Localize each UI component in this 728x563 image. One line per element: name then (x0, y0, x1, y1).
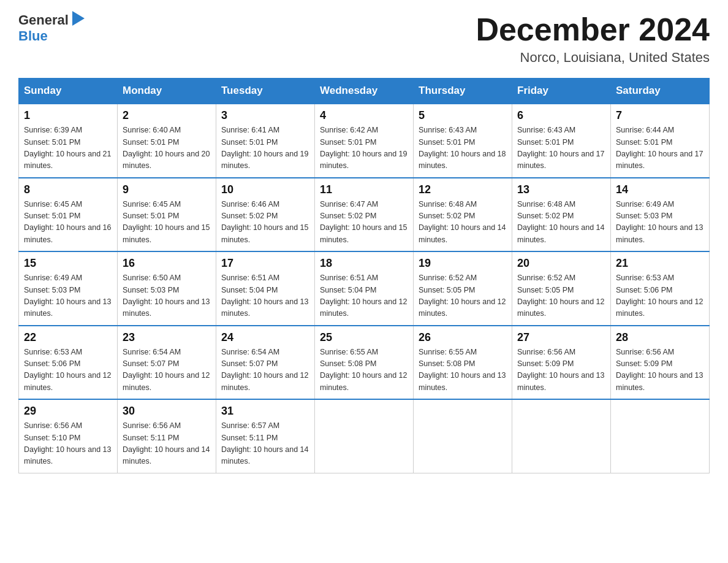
calendar-week-row: 15 Sunrise: 6:49 AM Sunset: 5:03 PM Dayl… (19, 251, 710, 326)
table-row: 2 Sunrise: 6:40 AM Sunset: 5:01 PM Dayli… (118, 104, 216, 178)
day-info: Sunrise: 6:53 AM Sunset: 5:06 PM Dayligh… (616, 272, 704, 320)
day-number: 30 (123, 405, 211, 418)
day-info: Sunrise: 6:52 AM Sunset: 5:05 PM Dayligh… (419, 272, 507, 320)
calendar-table: Sunday Monday Tuesday Wednesday Thursday… (18, 78, 710, 473)
day-number: 6 (517, 109, 605, 122)
calendar-week-row: 8 Sunrise: 6:45 AM Sunset: 5:01 PM Dayli… (19, 178, 710, 252)
table-row: 5 Sunrise: 6:43 AM Sunset: 5:01 PM Dayli… (414, 104, 512, 178)
logo-text-general: General (18, 12, 69, 28)
day-info: Sunrise: 6:57 AM Sunset: 5:11 PM Dayligh… (221, 420, 309, 468)
calendar-week-row: 1 Sunrise: 6:39 AM Sunset: 5:01 PM Dayli… (19, 104, 710, 178)
table-row: 27 Sunrise: 6:56 AM Sunset: 5:09 PM Dayl… (512, 326, 611, 400)
day-number: 9 (123, 183, 211, 196)
table-row: 3 Sunrise: 6:41 AM Sunset: 5:01 PM Dayli… (216, 104, 315, 178)
table-row: 28 Sunrise: 6:56 AM Sunset: 5:09 PM Dayl… (611, 326, 710, 400)
table-row: 18 Sunrise: 6:51 AM Sunset: 5:04 PM Dayl… (315, 251, 414, 326)
col-wednesday: Wednesday (315, 79, 414, 104)
day-info: Sunrise: 6:55 AM Sunset: 5:08 PM Dayligh… (419, 347, 507, 394)
table-row: 4 Sunrise: 6:42 AM Sunset: 5:01 PM Dayli… (315, 104, 414, 178)
day-number: 24 (221, 331, 309, 344)
logo-text-blue: Blue (18, 28, 48, 44)
day-number: 10 (221, 183, 309, 196)
day-number: 21 (616, 257, 704, 270)
day-info: Sunrise: 6:48 AM Sunset: 5:02 PM Dayligh… (419, 199, 507, 247)
title-section: December 2024 Norco, Louisiana, United S… (476, 12, 710, 66)
page-header: General Blue December 2024 Norco, Louisi… (18, 12, 710, 66)
day-number: 26 (419, 331, 507, 344)
day-number: 3 (221, 109, 309, 122)
day-info: Sunrise: 6:56 AM Sunset: 5:10 PM Dayligh… (24, 420, 112, 468)
day-number: 20 (517, 257, 605, 270)
table-row: 14 Sunrise: 6:49 AM Sunset: 5:03 PM Dayl… (611, 178, 710, 252)
day-info: Sunrise: 6:56 AM Sunset: 5:09 PM Dayligh… (517, 347, 605, 394)
calendar-week-row: 22 Sunrise: 6:53 AM Sunset: 5:06 PM Dayl… (19, 326, 710, 400)
day-info: Sunrise: 6:56 AM Sunset: 5:09 PM Dayligh… (616, 347, 704, 394)
day-number: 5 (419, 109, 507, 122)
table-row: 8 Sunrise: 6:45 AM Sunset: 5:01 PM Dayli… (19, 178, 118, 252)
svg-marker-0 (72, 11, 85, 26)
day-info: Sunrise: 6:51 AM Sunset: 5:04 PM Dayligh… (320, 272, 408, 320)
day-info: Sunrise: 6:42 AM Sunset: 5:01 PM Dayligh… (320, 124, 408, 172)
logo: General Blue (18, 12, 87, 44)
table-row: 17 Sunrise: 6:51 AM Sunset: 5:04 PM Dayl… (216, 251, 315, 326)
month-title: December 2024 (476, 12, 710, 47)
table-row: 12 Sunrise: 6:48 AM Sunset: 5:02 PM Dayl… (414, 178, 512, 252)
table-row: 7 Sunrise: 6:44 AM Sunset: 5:01 PM Dayli… (611, 104, 710, 178)
col-sunday: Sunday (19, 79, 118, 104)
day-info: Sunrise: 6:41 AM Sunset: 5:01 PM Dayligh… (221, 124, 309, 172)
day-number: 22 (24, 331, 112, 344)
location-title: Norco, Louisiana, United States (476, 50, 710, 66)
day-number: 14 (616, 183, 704, 196)
day-number: 12 (419, 183, 507, 196)
day-info: Sunrise: 6:40 AM Sunset: 5:01 PM Dayligh… (123, 124, 211, 172)
day-info: Sunrise: 6:49 AM Sunset: 5:03 PM Dayligh… (24, 272, 112, 320)
table-row: 30 Sunrise: 6:56 AM Sunset: 5:11 PM Dayl… (118, 399, 216, 473)
day-info: Sunrise: 6:46 AM Sunset: 5:02 PM Dayligh… (221, 199, 309, 247)
table-row: 20 Sunrise: 6:52 AM Sunset: 5:05 PM Dayl… (512, 251, 611, 326)
logo-triangle-icon (70, 11, 87, 28)
table-row: 31 Sunrise: 6:57 AM Sunset: 5:11 PM Dayl… (216, 399, 315, 473)
calendar-header-row: Sunday Monday Tuesday Wednesday Thursday… (19, 79, 710, 104)
day-number: 2 (123, 109, 211, 122)
day-number: 11 (320, 183, 408, 196)
day-info: Sunrise: 6:45 AM Sunset: 5:01 PM Dayligh… (123, 199, 211, 247)
day-number: 15 (24, 257, 112, 270)
calendar-week-row: 29 Sunrise: 6:56 AM Sunset: 5:10 PM Dayl… (19, 399, 710, 473)
table-row: 26 Sunrise: 6:55 AM Sunset: 5:08 PM Dayl… (414, 326, 512, 400)
day-info: Sunrise: 6:47 AM Sunset: 5:02 PM Dayligh… (320, 199, 408, 247)
day-info: Sunrise: 6:39 AM Sunset: 5:01 PM Dayligh… (24, 124, 112, 172)
day-number: 16 (123, 257, 211, 270)
day-number: 27 (517, 331, 605, 344)
table-row: 19 Sunrise: 6:52 AM Sunset: 5:05 PM Dayl… (414, 251, 512, 326)
col-thursday: Thursday (414, 79, 512, 104)
table-row: 24 Sunrise: 6:54 AM Sunset: 5:07 PM Dayl… (216, 326, 315, 400)
table-row: 21 Sunrise: 6:53 AM Sunset: 5:06 PM Dayl… (611, 251, 710, 326)
day-info: Sunrise: 6:52 AM Sunset: 5:05 PM Dayligh… (517, 272, 605, 320)
table-row: 15 Sunrise: 6:49 AM Sunset: 5:03 PM Dayl… (19, 251, 118, 326)
day-number: 4 (320, 109, 408, 122)
table-row: 22 Sunrise: 6:53 AM Sunset: 5:06 PM Dayl… (19, 326, 118, 400)
day-number: 8 (24, 183, 112, 196)
day-info: Sunrise: 6:48 AM Sunset: 5:02 PM Dayligh… (517, 199, 605, 247)
day-info: Sunrise: 6:56 AM Sunset: 5:11 PM Dayligh… (123, 420, 211, 468)
day-number: 29 (24, 405, 112, 418)
day-number: 28 (616, 331, 704, 344)
day-info: Sunrise: 6:54 AM Sunset: 5:07 PM Dayligh… (221, 347, 309, 394)
day-info: Sunrise: 6:45 AM Sunset: 5:01 PM Dayligh… (24, 199, 112, 247)
day-number: 31 (221, 405, 309, 418)
table-row: 9 Sunrise: 6:45 AM Sunset: 5:01 PM Dayli… (118, 178, 216, 252)
day-info: Sunrise: 6:43 AM Sunset: 5:01 PM Dayligh… (419, 124, 507, 172)
table-row: 6 Sunrise: 6:43 AM Sunset: 5:01 PM Dayli… (512, 104, 611, 178)
table-row (315, 399, 414, 473)
table-row (414, 399, 512, 473)
table-row: 1 Sunrise: 6:39 AM Sunset: 5:01 PM Dayli… (19, 104, 118, 178)
col-tuesday: Tuesday (216, 79, 315, 104)
day-info: Sunrise: 6:51 AM Sunset: 5:04 PM Dayligh… (221, 272, 309, 320)
table-row: 25 Sunrise: 6:55 AM Sunset: 5:08 PM Dayl… (315, 326, 414, 400)
table-row: 10 Sunrise: 6:46 AM Sunset: 5:02 PM Dayl… (216, 178, 315, 252)
table-row: 16 Sunrise: 6:50 AM Sunset: 5:03 PM Dayl… (118, 251, 216, 326)
day-info: Sunrise: 6:55 AM Sunset: 5:08 PM Dayligh… (320, 347, 408, 394)
day-info: Sunrise: 6:53 AM Sunset: 5:06 PM Dayligh… (24, 347, 112, 394)
day-info: Sunrise: 6:49 AM Sunset: 5:03 PM Dayligh… (616, 199, 704, 247)
day-info: Sunrise: 6:44 AM Sunset: 5:01 PM Dayligh… (616, 124, 704, 172)
